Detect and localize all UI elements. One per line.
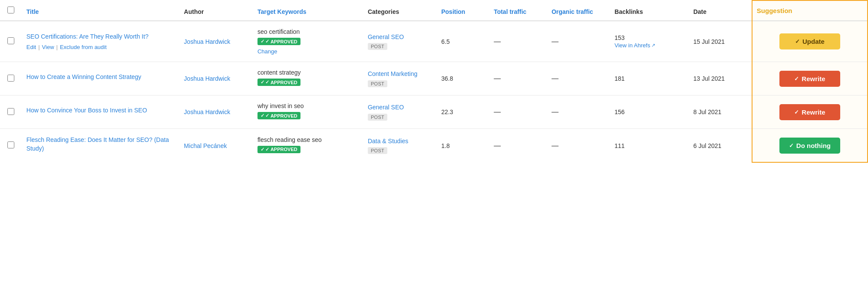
organic-traffic-value: — <box>551 38 558 45</box>
total-traffic-value: — <box>494 108 501 115</box>
keywords-cell: content strategy✓APPROVED <box>253 62 363 95</box>
keyword-text: flesch reading ease seo <box>257 136 359 143</box>
chevron-down-icon: ✓ <box>795 38 800 45</box>
total-traffic-cell: — <box>489 129 547 163</box>
suggestion-donothing-button[interactable]: ✓Do nothing <box>779 138 840 154</box>
suggestion-button-label: Do nothing <box>796 142 831 149</box>
suggestion-rewrite-button[interactable]: ✓Rewrite <box>779 104 840 120</box>
organic-traffic-cell: — <box>547 129 610 163</box>
backlinks-value: 181 <box>614 75 684 82</box>
title-link[interactable]: SEO Certifications: Are They Really Wort… <box>26 33 175 41</box>
suggestion-cell: ✓Rewrite <box>752 62 868 95</box>
author-cell: Joshua Hardwick <box>180 62 253 95</box>
date-cell: 6 Jul 2021 <box>689 129 752 163</box>
row-checkbox[interactable] <box>7 37 14 44</box>
exclude-link[interactable]: Exclude from audit <box>60 44 107 50</box>
suggestion-rewrite-button[interactable]: ✓Rewrite <box>779 71 840 87</box>
total-traffic-value: — <box>494 75 501 82</box>
approved-badge: ✓APPROVED <box>257 79 300 86</box>
organic-traffic-cell: — <box>547 62 610 95</box>
author-cell: Joshua Hardwick <box>180 21 253 62</box>
col-header-categories: Categories <box>363 0 437 21</box>
view-link[interactable]: View <box>42 44 54 50</box>
external-link-icon: ↗ <box>651 43 655 48</box>
category-link[interactable]: Content Marketing <box>368 70 432 79</box>
col-header-keywords: Target Keywords <box>253 0 363 21</box>
approved-badge: ✓APPROVED <box>257 112 300 119</box>
title-link[interactable]: How to Convince Your Boss to Invest in S… <box>26 106 175 115</box>
organic-traffic-value: — <box>551 108 558 115</box>
position-cell: 6.5 <box>437 21 489 62</box>
category-link[interactable]: General SEO <box>368 33 432 42</box>
title-link[interactable]: Flesch Reading Ease: Does It Matter for … <box>26 136 175 153</box>
separator: | <box>56 44 58 50</box>
separator: | <box>38 44 40 50</box>
chevron-down-icon: ✓ <box>794 76 799 82</box>
position-cell: 1.8 <box>437 129 489 163</box>
chevron-down-icon: ✓ <box>789 142 794 149</box>
backlinks-cell: 156 <box>610 95 689 129</box>
row-checkbox[interactable] <box>7 141 14 148</box>
backlinks-cell: 181 <box>610 62 689 95</box>
date-value: 8 Jul 2021 <box>693 108 722 115</box>
author-name: Joshua Hardwick <box>184 75 231 82</box>
organic-traffic-value: — <box>551 75 558 82</box>
suggestion-button-label: Rewrite <box>802 75 825 82</box>
post-badge: POST <box>368 43 387 50</box>
approved-badge: ✓APPROVED <box>257 146 300 153</box>
post-badge: POST <box>368 114 387 121</box>
position-value: 6.5 <box>441 38 449 45</box>
keywords-cell: flesch reading ease seo✓APPROVED <box>253 129 363 163</box>
col-header-position: Position <box>437 0 489 21</box>
keyword-text: content strategy <box>257 69 359 76</box>
view-ahrefs-link[interactable]: View in Ahrefs ↗ <box>614 42 655 49</box>
author-name: Michal Pecánek <box>184 142 227 149</box>
keyword-text: seo certification <box>257 28 359 35</box>
keyword-text: why invest in seo <box>257 102 359 109</box>
suggestion-button-label: Update <box>802 38 825 45</box>
title-link[interactable]: How to Create a Winning Content Strategy <box>26 73 175 82</box>
select-all-header[interactable] <box>0 0 22 21</box>
row-checkbox-cell <box>0 129 22 163</box>
position-cell: 22.3 <box>437 95 489 129</box>
content-audit-table: Title Author Target Keywords Categories … <box>0 0 868 299</box>
categories-cell: General SEOPOST <box>363 21 437 62</box>
backlinks-value: 111 <box>614 142 684 149</box>
approved-badge: ✓APPROVED <box>257 38 300 45</box>
category-link[interactable]: General SEO <box>368 103 432 112</box>
author-name: Joshua Hardwick <box>184 38 231 45</box>
change-keyword-link[interactable]: Change <box>257 48 359 55</box>
date-cell: 8 Jul 2021 <box>689 95 752 129</box>
title-cell: How to Create a Winning Content Strategy <box>22 62 180 95</box>
categories-cell: Content MarketingPOST <box>363 62 437 95</box>
table-row: How to Convince Your Boss to Invest in S… <box>0 95 868 129</box>
total-traffic-cell: — <box>489 21 547 62</box>
author-cell: Joshua Hardwick <box>180 95 253 129</box>
date-value: 13 Jul 2021 <box>693 75 725 82</box>
suggestion-button-label: Rewrite <box>802 108 825 116</box>
title-cell: How to Convince Your Boss to Invest in S… <box>22 95 180 129</box>
organic-traffic-value: — <box>551 142 558 149</box>
col-header-suggestion: Suggestion <box>752 0 868 21</box>
organic-traffic-cell: — <box>547 95 610 129</box>
row-checkbox[interactable] <box>7 108 14 115</box>
col-header-date: Date <box>689 0 752 21</box>
position-value: 22.3 <box>441 108 453 115</box>
edit-link[interactable]: Edit <box>26 44 36 50</box>
title-cell: Flesch Reading Ease: Does It Matter for … <box>22 129 180 163</box>
categories-cell: Data & StudiesPOST <box>363 129 437 163</box>
date-cell: 15 Jul 2021 <box>689 21 752 62</box>
suggestion-update-button[interactable]: ✓Update <box>779 33 840 49</box>
keywords-cell: why invest in seo✓APPROVED <box>253 95 363 129</box>
backlinks-value: 156 <box>614 108 684 115</box>
total-traffic-value: — <box>494 38 501 45</box>
select-all-checkbox[interactable] <box>7 7 14 13</box>
table-row: Flesch Reading Ease: Does It Matter for … <box>0 129 868 163</box>
table-row: SEO Certifications: Are They Really Wort… <box>0 21 868 62</box>
date-value: 6 Jul 2021 <box>693 142 722 149</box>
category-link[interactable]: Data & Studies <box>368 137 432 146</box>
row-checkbox[interactable] <box>7 75 14 82</box>
col-header-total-traffic: Total traffic <box>489 0 547 21</box>
title-cell: SEO Certifications: Are They Really Wort… <box>22 21 180 62</box>
position-cell: 36.8 <box>437 62 489 95</box>
